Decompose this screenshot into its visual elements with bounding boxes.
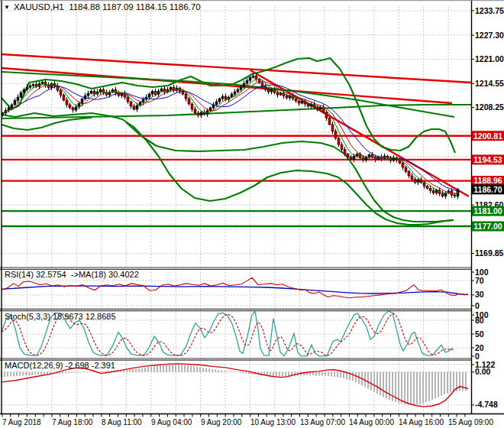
bull-candle	[444, 193, 447, 196]
bear-candle	[69, 105, 71, 108]
bull-candle	[215, 102, 218, 105]
bull-candle	[249, 77, 251, 80]
bull-candle	[20, 92, 22, 97]
bear-candle	[328, 118, 331, 124]
rsi-scale-label: 70	[475, 276, 484, 285]
bear-candle	[405, 167, 407, 171]
time-axis-label: 7 Aug 18:00	[52, 418, 93, 426]
bull-candle	[87, 93, 89, 96]
bear-candle	[441, 193, 444, 196]
price-axis-label: 1208.25	[475, 102, 504, 112]
price-badge-text: 1188.96	[473, 176, 502, 185]
bear-candle	[127, 97, 129, 102]
bear-candle	[188, 99, 190, 104]
bull-candle	[234, 92, 236, 94]
time-axis-label: 9 Aug 20:00	[201, 418, 242, 426]
rsi-scale-label: 0	[475, 301, 480, 310]
stoch-scale-label: 80	[475, 316, 484, 325]
bull-candle	[136, 105, 138, 109]
bull-candle	[14, 101, 16, 105]
rsi-scale-label: 30	[475, 290, 484, 299]
bear-candle	[432, 190, 435, 193]
bear-candle	[60, 90, 62, 95]
price-axis-label: 1221.00	[475, 54, 504, 63]
bull-candle	[90, 91, 92, 93]
price-axis-label: 1227.30	[475, 31, 504, 40]
stoch-scale-label: 50	[475, 329, 484, 339]
bull-candle	[23, 89, 25, 92]
bull-candle	[218, 99, 221, 102]
bear-candle	[350, 157, 352, 160]
bull-candle	[246, 80, 248, 83]
bull-candle	[353, 157, 355, 160]
bull-candle	[17, 97, 19, 100]
bull-candle	[160, 89, 163, 91]
bear-candle	[63, 96, 65, 100]
bear-candle	[225, 96, 227, 99]
bull-candle	[41, 82, 44, 83]
time-axis-label: 14 Aug 16:00	[399, 418, 444, 426]
bull-candle	[301, 102, 303, 103]
bear-candle	[454, 195, 456, 196]
bear-candle	[414, 179, 416, 182]
bear-candle	[334, 131, 337, 138]
stoch-indicator-label: Stoch(5,3,3) 18.9673 12.8685	[5, 312, 116, 321]
time-axis-label: 13 Aug 07:00	[300, 418, 345, 426]
chart-title: ▼XAUUSD,H1 1184.88 1187.09 1184.15 1186.…	[4, 2, 201, 11]
bear-candle	[130, 102, 132, 106]
bull-candle	[221, 96, 224, 99]
bear-candle	[264, 86, 267, 89]
bear-candle	[331, 125, 334, 131]
bull-candle	[11, 105, 13, 108]
bear-candle	[154, 92, 157, 95]
bull-candle	[319, 107, 321, 109]
bull-candle	[151, 92, 153, 94]
bear-candle	[411, 176, 413, 179]
bull-candle	[32, 85, 34, 86]
bull-candle	[148, 94, 150, 97]
bear-candle	[93, 91, 95, 94]
bear-candle	[133, 106, 135, 109]
bear-candle	[341, 144, 343, 149]
price-axis-label: 1233.75	[475, 6, 504, 15]
bear-candle	[325, 112, 328, 118]
rsi-indicator-label: RSI(14) 32.5754 ->MA(18) 30.4022	[5, 270, 139, 279]
bull-candle	[270, 90, 273, 92]
bear-candle	[197, 113, 199, 115]
bull-candle	[75, 107, 77, 110]
bear-candle	[371, 155, 373, 157]
bull-candle	[26, 87, 28, 89]
bear-candle	[429, 188, 431, 190]
time-axis-label: 10 Aug 13:00	[250, 418, 296, 426]
bear-candle	[295, 99, 297, 101]
bear-candle	[286, 96, 288, 98]
bear-candle	[298, 101, 300, 103]
bear-candle	[408, 171, 410, 175]
bear-candle	[276, 92, 279, 95]
time-axis-label: 7 Aug 2018	[2, 418, 41, 426]
bear-candle	[344, 150, 346, 154]
bear-candle	[362, 158, 364, 160]
bear-candle	[389, 158, 392, 160]
bull-candle	[170, 87, 172, 89]
bear-candle	[426, 186, 428, 188]
bear-candle	[185, 94, 187, 99]
bull-candle	[200, 112, 202, 115]
symbol-dropdown-icon[interactable]: ▼	[4, 4, 10, 11]
bull-candle	[240, 86, 242, 89]
bull-candle	[121, 93, 123, 96]
bear-candle	[316, 107, 318, 109]
bull-candle	[243, 83, 245, 86]
price-axis-label: 1214.55	[475, 79, 504, 88]
bear-candle	[255, 76, 257, 79]
price-axis-label: 1169.85	[475, 248, 504, 258]
bear-candle	[66, 100, 68, 105]
bear-candle	[338, 138, 340, 144]
bull-candle	[310, 105, 312, 106]
bull-candle	[252, 76, 254, 77]
price-badge-text: 1186.70	[473, 185, 502, 194]
bull-candle	[29, 86, 31, 87]
price-badge-text: 1177.00	[473, 222, 502, 231]
bear-candle	[191, 104, 193, 109]
time-axis-label: 14 Aug 00:00	[349, 418, 394, 426]
